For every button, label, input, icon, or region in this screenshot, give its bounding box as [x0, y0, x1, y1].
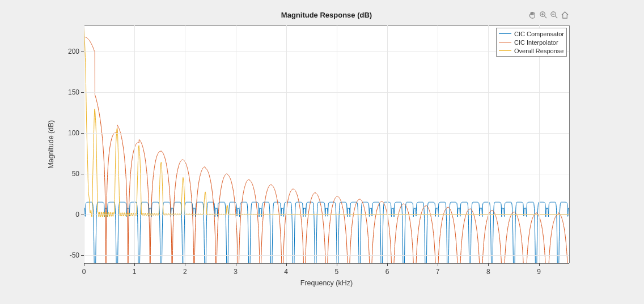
- x-tick-label: 3: [234, 268, 238, 276]
- y-axis-label: Magnitude (dB): [47, 120, 55, 168]
- home-icon[interactable]: [561, 11, 569, 19]
- plot-area[interactable]: [84, 25, 569, 263]
- x-tick-label: 8: [486, 268, 490, 276]
- y-tick-label: 50: [67, 170, 79, 178]
- x-tick-label: 7: [436, 268, 440, 276]
- toolbar: [528, 11, 569, 19]
- svg-line-6: [555, 16, 557, 18]
- chart-figure: 0123456789-50050100150200 Magnitude Resp…: [0, 0, 644, 304]
- svg-line-2: [544, 16, 546, 18]
- zoom-in-icon[interactable]: [539, 11, 548, 19]
- x-tick-label: 4: [284, 268, 288, 276]
- chart-title: Magnitude Response (dB): [281, 11, 372, 19]
- x-tick-label: 1: [133, 268, 137, 276]
- legend-item[interactable]: CIC Compensator: [499, 29, 564, 38]
- x-tick-label: 5: [334, 268, 338, 276]
- y-tick-label: -50: [67, 251, 79, 259]
- zoom-out-icon[interactable]: [550, 11, 558, 19]
- legend-label: CIC Interpolator: [514, 39, 558, 46]
- legend-swatch: [499, 33, 511, 34]
- x-tick-label: 9: [537, 268, 541, 276]
- legend[interactable]: CIC CompensatorCIC InterpolatorOverall R…: [496, 28, 567, 57]
- x-tick-label: 6: [385, 268, 389, 276]
- y-tick-label: 0: [67, 211, 79, 219]
- legend-item[interactable]: Overall Response: [499, 46, 564, 55]
- legend-label: CIC Compensator: [514, 31, 564, 37]
- y-tick-label: 200: [67, 48, 79, 55]
- x-axis-label: Frequency (kHz): [300, 279, 353, 287]
- legend-swatch: [499, 42, 511, 42]
- legend-item[interactable]: CIC Interpolator: [499, 38, 564, 46]
- y-tick-label: 100: [67, 129, 79, 137]
- pan-icon[interactable]: [528, 11, 537, 19]
- legend-label: Overall Response: [514, 48, 564, 54]
- legend-swatch: [499, 50, 511, 51]
- y-tick-label: 150: [67, 88, 79, 96]
- x-tick-label: 2: [183, 268, 187, 276]
- x-tick-label: 0: [82, 268, 86, 276]
